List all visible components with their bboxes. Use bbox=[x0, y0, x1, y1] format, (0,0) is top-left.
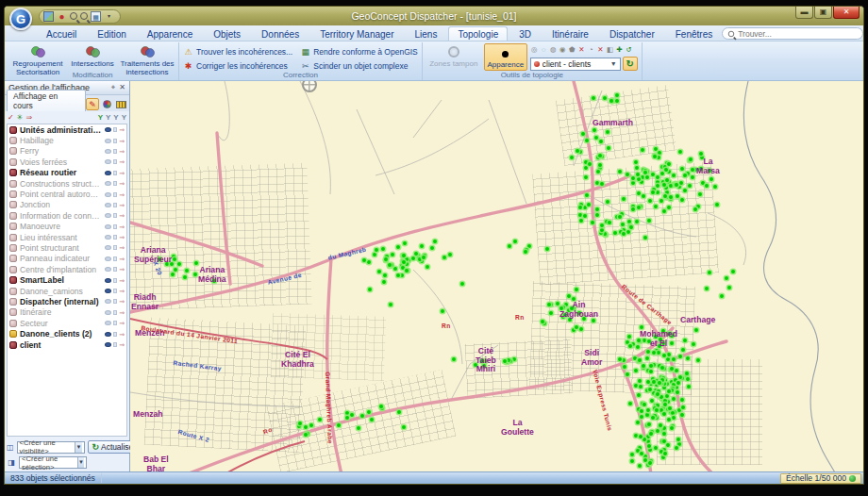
client-point[interactable] bbox=[441, 309, 444, 313]
client-point[interactable] bbox=[678, 355, 682, 358]
client-point[interactable] bbox=[676, 194, 679, 198]
layer-row-constructions-structurantes[interactable]: Constructions structurantes⇒ bbox=[8, 178, 126, 189]
client-point[interactable] bbox=[656, 190, 659, 194]
client-point[interactable] bbox=[381, 247, 385, 251]
client-point[interactable] bbox=[397, 410, 401, 414]
layer-flow-icon[interactable]: ⇒ bbox=[119, 202, 125, 208]
client-point[interactable] bbox=[683, 174, 687, 177]
client-point[interactable] bbox=[373, 253, 376, 256]
client-point[interactable] bbox=[651, 173, 655, 176]
client-point[interactable] bbox=[667, 389, 671, 393]
layer-row-dispatcher-internal[interactable]: Dispatcher (internal)⇒ bbox=[8, 296, 126, 306]
client-point[interactable] bbox=[731, 270, 735, 273]
client-point[interactable] bbox=[675, 386, 678, 389]
tab-edition[interactable]: Edition bbox=[88, 26, 136, 41]
layer-lock-icon[interactable] bbox=[113, 299, 117, 304]
client-point[interactable] bbox=[628, 402, 632, 405]
layer-visibility-icon[interactable] bbox=[105, 245, 111, 250]
client-point[interactable] bbox=[653, 155, 657, 158]
layer-lock-icon[interactable] bbox=[113, 171, 117, 175]
topology-node-icon[interactable]: ◎ bbox=[530, 44, 539, 55]
color-palette-icon[interactable] bbox=[100, 98, 113, 110]
client-point[interactable] bbox=[185, 269, 189, 273]
layer-visibility-icon[interactable] bbox=[105, 224, 111, 229]
client-point[interactable] bbox=[675, 446, 678, 450]
client-point[interactable] bbox=[524, 250, 527, 254]
client-point[interactable] bbox=[575, 325, 578, 329]
client-point[interactable] bbox=[623, 365, 626, 369]
client-point[interactable] bbox=[448, 253, 452, 256]
client-point[interactable] bbox=[642, 364, 645, 368]
layer-lock-icon[interactable] bbox=[113, 149, 117, 154]
client-point[interactable] bbox=[567, 294, 571, 298]
client-point[interactable] bbox=[357, 426, 360, 430]
client-point[interactable] bbox=[591, 221, 594, 224]
maximize-button[interactable]: ▣ bbox=[814, 7, 832, 19]
client-point[interactable] bbox=[679, 181, 683, 185]
client-point[interactable] bbox=[193, 273, 197, 276]
client-point[interactable] bbox=[647, 422, 651, 426]
client-point[interactable] bbox=[559, 306, 563, 310]
client-point[interactable] bbox=[636, 449, 640, 453]
client-point[interactable] bbox=[643, 171, 647, 174]
client-point[interactable] bbox=[670, 341, 674, 345]
client-point[interactable] bbox=[663, 452, 667, 455]
layer-row-ferry[interactable]: Ferry⇒ bbox=[8, 146, 126, 157]
client-point[interactable] bbox=[727, 286, 731, 289]
client-point[interactable] bbox=[646, 408, 650, 412]
client-point[interactable] bbox=[670, 367, 674, 371]
layer-visibility-icon[interactable] bbox=[105, 139, 111, 143]
client-point[interactable] bbox=[669, 195, 673, 199]
tab-objets[interactable]: Objets bbox=[204, 26, 250, 41]
client-point[interactable] bbox=[452, 357, 456, 361]
client-point[interactable] bbox=[402, 425, 406, 429]
apparence-button[interactable]: Apparence bbox=[484, 43, 527, 71]
client-point[interactable] bbox=[622, 232, 626, 236]
panel-close-icon[interactable]: ✕ bbox=[119, 83, 125, 92]
client-point[interactable] bbox=[677, 408, 681, 412]
client-point[interactable] bbox=[370, 418, 374, 422]
tab-territory-manager[interactable]: Territory Manager bbox=[310, 26, 403, 41]
topology-refresh-button[interactable]: ↻ bbox=[623, 57, 638, 71]
client-point[interactable] bbox=[686, 356, 690, 360]
layer-row-reseau-routier[interactable]: Réseau routier⇒ bbox=[8, 168, 126, 178]
layer-visibility-icon[interactable] bbox=[105, 299, 111, 304]
pin-icon[interactable]: ⌖ bbox=[111, 83, 116, 92]
client-point[interactable] bbox=[659, 199, 663, 203]
client-point[interactable] bbox=[391, 253, 394, 256]
client-point[interactable] bbox=[638, 464, 642, 468]
client-point[interactable] bbox=[383, 273, 387, 277]
client-point[interactable] bbox=[636, 345, 640, 349]
client-point[interactable] bbox=[670, 426, 674, 430]
client-point[interactable] bbox=[720, 294, 724, 298]
client-point[interactable] bbox=[638, 358, 642, 362]
client-point[interactable] bbox=[360, 414, 364, 418]
layer-flow-icon[interactable]: ⇒ bbox=[119, 256, 125, 262]
client-point[interactable] bbox=[615, 99, 619, 103]
client-point[interactable] bbox=[654, 205, 658, 208]
minimize-button[interactable]: ▬ bbox=[795, 7, 813, 19]
client-point[interactable] bbox=[705, 287, 709, 290]
layer-lock-icon[interactable] bbox=[113, 235, 117, 240]
search-box[interactable] bbox=[722, 27, 863, 40]
client-point[interactable] bbox=[667, 206, 671, 209]
layer-row-jonction[interactable]: Jonction⇒ bbox=[8, 200, 126, 210]
client-point[interactable] bbox=[375, 248, 378, 252]
client-point[interactable] bbox=[628, 344, 632, 348]
client-point[interactable] bbox=[579, 327, 583, 331]
layer-flow-icon[interactable]: ⇒ bbox=[119, 138, 125, 144]
client-point[interactable] bbox=[626, 340, 629, 344]
layer-lock-icon[interactable] bbox=[113, 139, 117, 143]
layer-flow-icon[interactable]: ⇒ bbox=[119, 126, 125, 133]
layer-visibility-icon[interactable] bbox=[105, 267, 111, 272]
client-point[interactable] bbox=[603, 232, 607, 236]
client-point[interactable] bbox=[654, 335, 658, 339]
client-point[interactable] bbox=[600, 182, 604, 186]
client-point[interactable] bbox=[583, 206, 587, 209]
client-point[interactable] bbox=[681, 405, 685, 409]
client-point[interactable] bbox=[680, 167, 684, 171]
client-point[interactable] bbox=[637, 393, 641, 397]
client-point[interactable] bbox=[513, 240, 517, 243]
client-point[interactable] bbox=[639, 385, 643, 389]
layer-visibility-icon[interactable] bbox=[105, 181, 111, 186]
